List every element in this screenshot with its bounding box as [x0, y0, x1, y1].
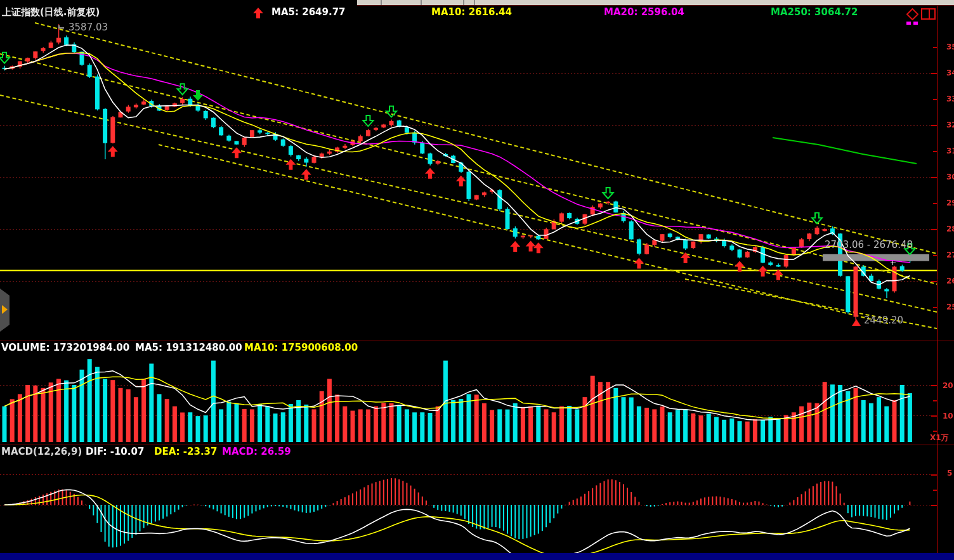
range-zone-label: 2703.06 - 2676.48 — [825, 240, 913, 251]
volume-ma10: MA10: 175900608.00 — [244, 342, 358, 353]
price-axis-label: 3400 — [946, 68, 954, 79]
up-arrow-icon — [252, 8, 264, 18]
chart-plot-canvas[interactable] — [0, 0, 954, 560]
chart-title: 上证指数(日线.前复权) — [2, 7, 100, 18]
edge-separator — [421, 0, 422, 5]
volume-axis-label-10: 10 — [943, 411, 953, 422]
diamond-icon[interactable] — [906, 8, 918, 20]
price-axis-label: 2800 — [946, 224, 954, 235]
macd-axis-label-5: 5 — [947, 468, 952, 479]
top-window-edge — [357, 0, 954, 5]
edge-separator — [381, 0, 382, 5]
price-axis-label: 2600 — [946, 276, 954, 287]
legend-ma250: MA250: 3064.72 — [771, 7, 858, 18]
legend-ma10: MA10: 2616.44 — [431, 7, 512, 18]
price-axis-label: 2900 — [946, 198, 954, 209]
volume-axis-label-20: 20 — [943, 381, 953, 391]
edge-separator — [463, 0, 464, 5]
magenta-dot-right — [913, 22, 918, 25]
bottom-status-strip — [0, 553, 954, 560]
expand-arrow-icon — [2, 305, 8, 314]
macd-dif: DIF: -10.07 — [86, 446, 144, 457]
split-pane-icon[interactable] — [921, 8, 936, 20]
price-axis-label: 3200 — [946, 120, 954, 131]
macd-dea: DEA: -23.37 — [154, 446, 217, 457]
highest-price-label: 3587.03 — [69, 22, 108, 33]
volume-value: VOLUME: 173201984.00 — [1, 342, 129, 353]
panel-expand-tab[interactable] — [0, 289, 10, 332]
price-axis-label: 2500 — [946, 302, 954, 313]
lowest-price-label: 2449.20 — [864, 315, 903, 326]
legend-ma20: MA20: 2596.04 — [604, 7, 684, 18]
macd-value: MACD: 26.59 — [222, 446, 291, 457]
legend-ma5: MA5: 2649.77 — [271, 7, 346, 18]
price-axis-label: 3300 — [946, 94, 954, 105]
macd-indicator-name: MACD(12,26,9) — [1, 446, 82, 457]
low-marker-triangle — [852, 319, 861, 326]
magenta-dot-left — [906, 22, 911, 25]
edge-separator — [474, 0, 475, 5]
right-axis-labels: 20 10 5 35003400330032003100300029002800… — [941, 0, 954, 553]
price-axis-label: 3100 — [946, 146, 954, 157]
price-axis-label: 2700 — [946, 250, 954, 261]
price-axis-label: 3000 — [946, 172, 954, 183]
volume-unit-label: X1万 — [930, 433, 949, 443]
volume-ma5: MA5: 191312480.00 — [135, 342, 242, 353]
stock-chart-window: { "header": { "title": "上证指数(日线.前复权)", "… — [0, 0, 954, 560]
top-window-edge-shadow — [357, 5, 954, 6]
price-axis-label: 3500 — [946, 42, 954, 53]
